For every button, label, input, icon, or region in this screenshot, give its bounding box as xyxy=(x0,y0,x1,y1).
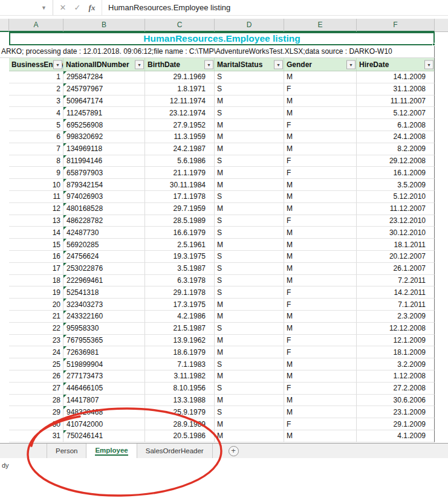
cell[interactable]: M xyxy=(284,395,357,407)
cell[interactable]: 3.2.2009 xyxy=(357,358,435,370)
cell[interactable]: M xyxy=(284,311,357,323)
cell[interactable]: 16 xyxy=(9,251,63,263)
cell[interactable]: 29.1.2009 xyxy=(357,418,435,430)
cell[interactable]: 13 xyxy=(9,215,63,227)
cell[interactable]: F xyxy=(284,286,357,299)
cell[interactable]: M xyxy=(215,143,284,155)
cell[interactable]: 879342154 xyxy=(63,179,145,191)
cell[interactable]: S xyxy=(215,71,284,83)
cell[interactable]: S xyxy=(215,215,284,227)
cell[interactable]: 11.11.2007 xyxy=(357,95,435,108)
cell[interactable]: M xyxy=(284,358,357,370)
cell[interactable]: 27 xyxy=(9,383,63,395)
info-cell[interactable]: ARKO; processing date : 12.01.2018. 09:0… xyxy=(0,45,435,58)
cell[interactable]: M xyxy=(284,275,357,287)
cancel-icon[interactable]: ✕ xyxy=(56,3,70,12)
cell[interactable]: S xyxy=(215,155,284,167)
cell[interactable]: 7 xyxy=(9,143,63,155)
cell[interactable]: 695256908 xyxy=(63,119,145,131)
cell[interactable]: 7.1.1983 xyxy=(145,358,215,370)
cell[interactable]: 3.11.1982 xyxy=(145,370,215,383)
cell[interactable]: 20.12.2007 xyxy=(357,251,435,263)
cell[interactable]: 13.9.1962 xyxy=(145,335,215,347)
cell[interactable]: 134969118 xyxy=(63,143,145,155)
cell[interactable]: 72636981 xyxy=(63,346,145,358)
sheet-tab-person[interactable]: Person xyxy=(47,444,86,458)
cell[interactable]: 24 xyxy=(9,346,63,358)
column-header-B[interactable]: B xyxy=(63,19,145,32)
cell[interactable]: 7.2.2011 xyxy=(357,275,435,287)
cell[interactable]: 19 xyxy=(9,286,63,299)
cell[interactable]: F xyxy=(284,335,357,347)
cell[interactable]: M xyxy=(284,71,357,83)
cell[interactable]: 12 xyxy=(9,203,63,215)
cell[interactable]: F xyxy=(284,418,357,430)
cell[interactable]: 30.11.1984 xyxy=(145,179,215,191)
cell[interactable]: 12.11.1974 xyxy=(145,95,215,108)
cell[interactable]: 295847284 xyxy=(63,71,145,83)
cell[interactable]: M xyxy=(215,299,284,311)
cell[interactable]: M xyxy=(215,335,284,347)
filter-dropdown-icon[interactable]: ▼ xyxy=(274,60,283,69)
cell[interactable]: 5.12.2010 xyxy=(357,191,435,203)
cell[interactable]: 998320692 xyxy=(63,131,145,143)
cell[interactable]: S xyxy=(215,323,284,335)
cell[interactable]: 12.1.2009 xyxy=(357,335,435,347)
cell[interactable]: 31.1.2008 xyxy=(357,83,435,95)
cell[interactable]: 3.5.2009 xyxy=(357,179,435,191)
cell[interactable]: M xyxy=(284,406,357,418)
cell[interactable]: 6.3.1978 xyxy=(145,275,215,287)
enter-icon[interactable]: ✓ xyxy=(70,3,85,12)
formula-input[interactable]: HumanResources.Employee listing xyxy=(102,0,448,15)
cell[interactable]: M xyxy=(284,239,357,251)
cell[interactable]: 2 xyxy=(9,83,63,95)
column-header-C[interactable]: C xyxy=(145,19,215,32)
sheet-tab-salesorderheader[interactable]: SalesOrderHeader xyxy=(137,444,213,458)
cell[interactable]: M xyxy=(284,131,357,143)
cell[interactable]: M xyxy=(284,227,357,239)
cell[interactable]: F xyxy=(284,299,357,311)
cell[interactable]: 31 xyxy=(9,430,63,442)
cell[interactable]: M xyxy=(284,203,357,215)
cell[interactable]: 750246141 xyxy=(63,430,145,442)
cell[interactable]: 509647174 xyxy=(63,95,145,108)
cell[interactable]: M xyxy=(215,395,284,407)
cell[interactable]: 6.1.2008 xyxy=(357,119,435,131)
cell[interactable]: 56920285 xyxy=(63,239,145,251)
cell[interactable]: 8 xyxy=(9,155,63,167)
cell[interactable]: 974026903 xyxy=(63,191,145,203)
cell[interactable]: S xyxy=(215,107,284,119)
cell[interactable]: M xyxy=(284,430,357,442)
cell[interactable]: S xyxy=(215,83,284,95)
cell[interactable]: 24.2.1987 xyxy=(145,143,215,155)
cell[interactable]: 23.1.2009 xyxy=(357,406,435,418)
cell[interactable]: M xyxy=(215,346,284,358)
cell[interactable]: 2.3.2009 xyxy=(357,311,435,323)
cell[interactable]: 24756624 xyxy=(63,251,145,263)
cell[interactable]: 4.1.2009 xyxy=(357,430,435,442)
cell[interactable]: 15 xyxy=(9,239,63,251)
cell[interactable]: 2.5.1961 xyxy=(145,239,215,251)
cell[interactable]: M xyxy=(284,95,357,108)
cell[interactable]: 5.6.1986 xyxy=(145,155,215,167)
cell[interactable]: 24.1.2008 xyxy=(357,131,435,143)
cell[interactable]: 23.12.1974 xyxy=(145,107,215,119)
cell[interactable]: F xyxy=(284,83,357,95)
cell[interactable]: 18.1.2011 xyxy=(357,239,435,251)
cell[interactable]: 23.12.2010 xyxy=(357,215,435,227)
cell[interactable]: 11.12.2007 xyxy=(357,203,435,215)
cell[interactable]: 52541318 xyxy=(63,286,145,299)
cell[interactable]: 112457891 xyxy=(63,107,145,119)
cell[interactable]: F xyxy=(284,155,357,167)
cell[interactable]: 11.3.1959 xyxy=(145,131,215,143)
cell[interactable]: 23 xyxy=(9,335,63,347)
cell[interactable]: M xyxy=(215,203,284,215)
cell[interactable]: 1.12.2008 xyxy=(357,370,435,383)
cell[interactable]: 9 xyxy=(9,167,63,179)
filter-dropdown-icon[interactable]: ▼ xyxy=(424,60,433,69)
cell[interactable]: 28 xyxy=(9,395,63,407)
cell[interactable]: 10 xyxy=(9,179,63,191)
cell[interactable]: 4 xyxy=(9,107,63,119)
cell[interactable]: 26.1.2007 xyxy=(357,263,435,275)
cell[interactable]: 28.5.1989 xyxy=(145,215,215,227)
